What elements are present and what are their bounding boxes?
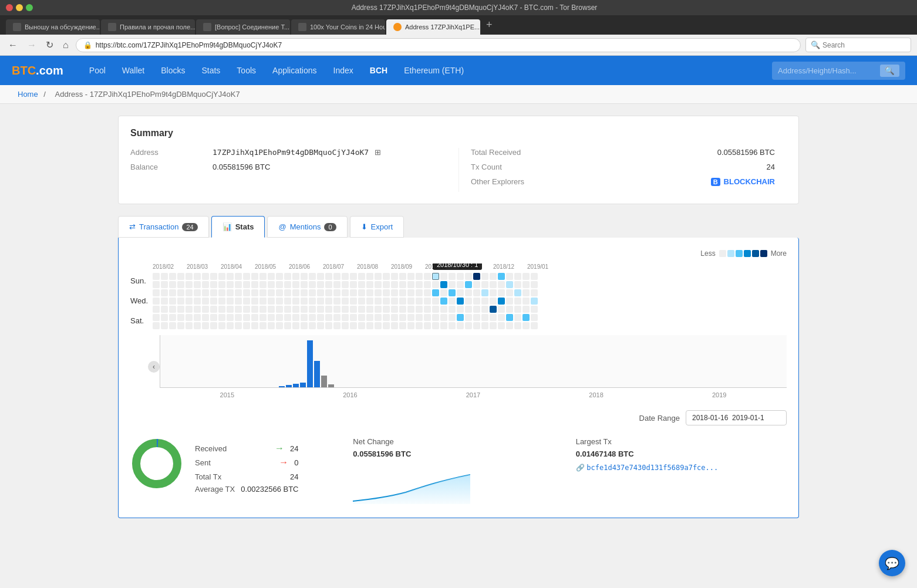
- heatmap-cell[interactable]: [284, 322, 291, 329]
- heatmap-cell[interactable]: [218, 281, 225, 288]
- heatmap-cell[interactable]: [473, 289, 480, 296]
- heatmap-cell[interactable]: [218, 322, 225, 329]
- heatmap-cell[interactable]: [284, 273, 291, 280]
- heatmap-cell[interactable]: [424, 298, 431, 305]
- heatmap-cell[interactable]: [383, 273, 390, 280]
- heatmap-cell[interactable]: [169, 314, 176, 321]
- heatmap-cell[interactable]: [301, 322, 308, 329]
- heatmap-cell[interactable]: [449, 289, 456, 296]
- heatmap-cell[interactable]: [457, 306, 464, 313]
- heatmap-cell[interactable]: [325, 289, 332, 296]
- search-input[interactable]: [822, 41, 893, 49]
- heatmap-cell[interactable]: [473, 273, 480, 280]
- heatmap-cell[interactable]: [350, 281, 357, 288]
- heatmap-cell[interactable]: [177, 314, 184, 321]
- heatmap-cell[interactable]: [481, 306, 488, 313]
- heatmap-cell[interactable]: [333, 273, 340, 280]
- heatmap-cell[interactable]: [309, 273, 316, 280]
- heatmap-cell[interactable]: [358, 306, 365, 313]
- browser-tab-1[interactable]: Выношу на обсуждение... ✕: [6, 19, 100, 35]
- heatmap-cell[interactable]: [457, 289, 464, 296]
- heatmap-cell[interactable]: [210, 281, 217, 288]
- heatmap-cell[interactable]: [177, 281, 184, 288]
- heatmap-cell[interactable]: [358, 298, 365, 305]
- heatmap-cell[interactable]: [375, 314, 382, 321]
- heatmap-cell[interactable]: [227, 273, 234, 280]
- heatmap-cell[interactable]: [243, 306, 250, 313]
- heatmap-cell[interactable]: [218, 306, 225, 313]
- address-bar[interactable]: 🔒 https://btc.com/17ZPJihXq1PEhoPm9t4gDB…: [76, 38, 801, 52]
- heatmap-cell[interactable]: [227, 298, 234, 305]
- heatmap-cell[interactable]: [383, 314, 390, 321]
- heatmap-cell[interactable]: [243, 281, 250, 288]
- heatmap-cell[interactable]: [153, 281, 160, 288]
- heatmap-cell[interactable]: [235, 322, 242, 329]
- heatmap-cell[interactable]: [490, 281, 497, 288]
- nav-bch[interactable]: BCH: [362, 56, 396, 85]
- heatmap-cell[interactable]: [342, 314, 349, 321]
- heatmap-cell[interactable]: [301, 281, 308, 288]
- heatmap-cell[interactable]: [498, 298, 505, 305]
- heatmap-cell[interactable]: [424, 314, 431, 321]
- heatmap-cell[interactable]: [317, 314, 324, 321]
- heatmap-cell[interactable]: [169, 298, 176, 305]
- heatmap-cell[interactable]: [366, 298, 373, 305]
- heatmap-cell[interactable]: [407, 298, 414, 305]
- heatmap-cell[interactable]: [309, 314, 316, 321]
- heatmap-cell[interactable]: [194, 314, 201, 321]
- heatmap-cell[interactable]: [498, 273, 505, 280]
- heatmap-cell[interactable]: [522, 322, 530, 329]
- heatmap-cell[interactable]: [391, 281, 398, 288]
- heatmap-cell[interactable]: [218, 298, 225, 305]
- heatmap-cell[interactable]: [383, 289, 390, 296]
- heatmap-cell[interactable]: [350, 273, 357, 280]
- heatmap-cell[interactable]: [194, 298, 201, 305]
- heatmap-cell[interactable]: [292, 273, 299, 280]
- heatmap-cell[interactable]: [514, 306, 521, 313]
- heatmap-cell[interactable]: [416, 322, 423, 329]
- nav-blocks[interactable]: Blocks: [153, 56, 193, 85]
- heatmap-cell[interactable]: [465, 322, 472, 329]
- heatmap-cell[interactable]: [391, 273, 398, 280]
- heatmap-cell[interactable]: [153, 289, 160, 296]
- heatmap-cell[interactable]: [202, 322, 209, 329]
- nav-wallet[interactable]: Wallet: [114, 56, 153, 85]
- heatmap-cell[interactable]: [317, 281, 324, 288]
- heatmap-cell[interactable]: [202, 314, 209, 321]
- heatmap-cell[interactable]: [358, 322, 365, 329]
- heatmap-cell[interactable]: [522, 306, 530, 313]
- heatmap-cell[interactable]: [292, 314, 299, 321]
- heatmap-cell[interactable]: [522, 273, 530, 280]
- heatmap-cell[interactable]: [506, 289, 513, 296]
- heatmap-cell[interactable]: [301, 298, 308, 305]
- heatmap-cell[interactable]: [473, 298, 480, 305]
- heatmap-cell[interactable]: [473, 281, 480, 288]
- heatmap-cell[interactable]: [259, 298, 267, 305]
- heatmap-cell[interactable]: [391, 298, 398, 305]
- heatmap-cell[interactable]: [465, 314, 472, 321]
- heatmap-cell[interactable]: [383, 322, 390, 329]
- heatmap-cell[interactable]: [169, 322, 176, 329]
- reload-btn[interactable]: ↻: [43, 38, 56, 52]
- heatmap-cell[interactable]: [186, 289, 193, 296]
- heatmap-cell[interactable]: [202, 273, 209, 280]
- heatmap-cell[interactable]: [457, 273, 464, 280]
- heatmap-cell[interactable]: [153, 273, 160, 280]
- heatmap-cell[interactable]: [506, 314, 513, 321]
- heatmap-cell[interactable]: [465, 298, 472, 305]
- heatmap-cell[interactable]: [407, 314, 414, 321]
- heatmap-cell[interactable]: [153, 322, 160, 329]
- heatmap-cell[interactable]: [251, 306, 258, 313]
- heatmap-cell[interactable]: [186, 314, 193, 321]
- browser-tab-3[interactable]: [Вопрос] Соединение Т... ✕: [196, 19, 290, 35]
- heatmap-cell[interactable]: [309, 281, 316, 288]
- heatmap-cell[interactable]: [259, 273, 267, 280]
- tab-mentions[interactable]: @ Mentions 0: [267, 216, 347, 238]
- heatmap-cell[interactable]: [227, 314, 234, 321]
- heatmap-cell[interactable]: [465, 306, 472, 313]
- heatmap-cell[interactable]: [317, 306, 324, 313]
- heatmap-cell[interactable]: [333, 306, 340, 313]
- heatmap-cell[interactable]: [268, 314, 275, 321]
- heatmap-cell[interactable]: [366, 289, 373, 296]
- heatmap-cell[interactable]: [251, 314, 258, 321]
